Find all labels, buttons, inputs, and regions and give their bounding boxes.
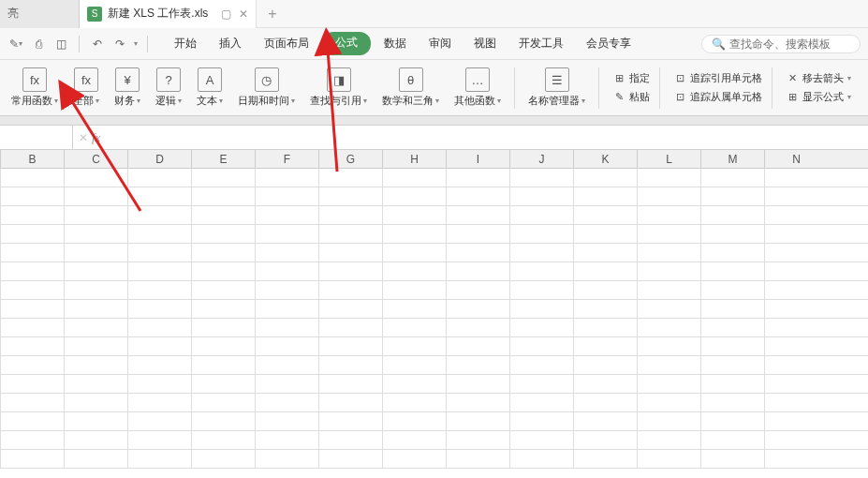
cell[interactable]: [191, 244, 255, 261]
cell[interactable]: [573, 375, 637, 393]
menu-tab-8[interactable]: 会员专享: [577, 32, 640, 55]
cell[interactable]: [764, 281, 828, 299]
col-header-N[interactable]: N: [764, 150, 828, 168]
cell[interactable]: [64, 169, 127, 187]
cell[interactable]: [127, 262, 191, 280]
cell[interactable]: [764, 431, 828, 449]
cell[interactable]: [0, 187, 64, 205]
ribbon-right-0-1[interactable]: ✎粘贴: [611, 89, 652, 105]
cell[interactable]: [255, 375, 318, 393]
cell[interactable]: [382, 375, 446, 393]
cell[interactable]: [318, 187, 382, 205]
cell[interactable]: [382, 244, 446, 261]
cell[interactable]: [764, 206, 828, 224]
cell[interactable]: [127, 375, 191, 393]
cell[interactable]: [573, 300, 637, 318]
cell[interactable]: [446, 187, 509, 205]
cell[interactable]: [764, 319, 828, 336]
cell[interactable]: [764, 244, 828, 261]
cell[interactable]: [318, 319, 382, 336]
menu-tab-5[interactable]: 审阅: [419, 32, 461, 55]
cell[interactable]: [700, 206, 764, 224]
cell[interactable]: [637, 169, 700, 187]
cell[interactable]: [700, 262, 764, 280]
cell[interactable]: [0, 262, 64, 280]
cell[interactable]: [637, 206, 700, 224]
cell[interactable]: [191, 356, 255, 374]
cell[interactable]: [764, 225, 828, 243]
col-header-J[interactable]: J: [509, 150, 573, 168]
redo-icon[interactable]: ↷: [111, 36, 128, 52]
cell[interactable]: [0, 225, 64, 243]
ribbon-group-9[interactable]: ☰名称管理器 ▾: [522, 66, 591, 110]
cell[interactable]: [64, 262, 127, 280]
cell[interactable]: [318, 337, 382, 355]
cell[interactable]: [191, 337, 255, 355]
cell[interactable]: [318, 412, 382, 430]
cell[interactable]: [509, 412, 573, 430]
cell[interactable]: [318, 394, 382, 411]
cell[interactable]: [382, 412, 446, 430]
col-header-C[interactable]: C: [64, 150, 127, 168]
cell[interactable]: [764, 187, 828, 205]
cell[interactable]: [255, 412, 318, 430]
cell[interactable]: [191, 169, 255, 187]
cell[interactable]: [0, 431, 64, 449]
cell[interactable]: [127, 244, 191, 261]
col-header-B[interactable]: B: [0, 150, 64, 168]
cell[interactable]: [191, 206, 255, 224]
cell[interactable]: [255, 281, 318, 299]
cell[interactable]: [64, 206, 127, 224]
cell[interactable]: [573, 169, 637, 187]
cell[interactable]: [64, 431, 127, 449]
cell[interactable]: [191, 412, 255, 430]
cell[interactable]: [509, 206, 573, 224]
cell[interactable]: [637, 244, 700, 261]
cell[interactable]: [573, 356, 637, 374]
cell[interactable]: [191, 187, 255, 205]
undo-icon[interactable]: ↶: [89, 36, 106, 52]
prev-tab[interactable]: 亮: [0, 0, 80, 28]
cell[interactable]: [637, 412, 700, 430]
cell[interactable]: [446, 244, 509, 261]
cell[interactable]: [64, 319, 127, 336]
cell[interactable]: [446, 206, 509, 224]
cell[interactable]: [637, 337, 700, 355]
ribbon-right-1-1[interactable]: ⊡追踪从属单元格: [671, 89, 764, 105]
cell[interactable]: [64, 394, 127, 411]
search-box[interactable]: 🔍: [701, 35, 861, 53]
cell[interactable]: [64, 375, 127, 393]
cell[interactable]: [700, 375, 764, 393]
ribbon-group-7[interactable]: θ数学和三角 ▾: [376, 66, 445, 110]
cell[interactable]: [255, 262, 318, 280]
cell[interactable]: [127, 225, 191, 243]
cell[interactable]: [446, 300, 509, 318]
cell[interactable]: [382, 337, 446, 355]
cell[interactable]: [0, 319, 64, 336]
cell[interactable]: [573, 431, 637, 449]
cell[interactable]: [0, 169, 64, 187]
cell[interactable]: [318, 450, 382, 468]
cell[interactable]: [764, 412, 828, 430]
cell[interactable]: [127, 450, 191, 468]
cell[interactable]: [382, 319, 446, 336]
cell[interactable]: [446, 337, 509, 355]
ribbon-group-1[interactable]: fx全部 ▾: [67, 66, 105, 110]
cell[interactable]: [700, 356, 764, 374]
cell[interactable]: [255, 187, 318, 205]
cell[interactable]: [318, 206, 382, 224]
cell[interactable]: [446, 319, 509, 336]
cell[interactable]: [509, 394, 573, 411]
cell[interactable]: [255, 225, 318, 243]
cell[interactable]: [700, 450, 764, 468]
cell[interactable]: [64, 187, 127, 205]
cell[interactable]: [318, 375, 382, 393]
cell[interactable]: [509, 319, 573, 336]
cell[interactable]: [573, 319, 637, 336]
cell[interactable]: [509, 300, 573, 318]
ribbon-right-0-0[interactable]: ⊞指定: [611, 70, 652, 86]
menu-tab-7[interactable]: 开发工具: [509, 32, 573, 55]
col-header-M[interactable]: M: [700, 150, 764, 168]
cell[interactable]: [700, 337, 764, 355]
cell[interactable]: [446, 431, 509, 449]
